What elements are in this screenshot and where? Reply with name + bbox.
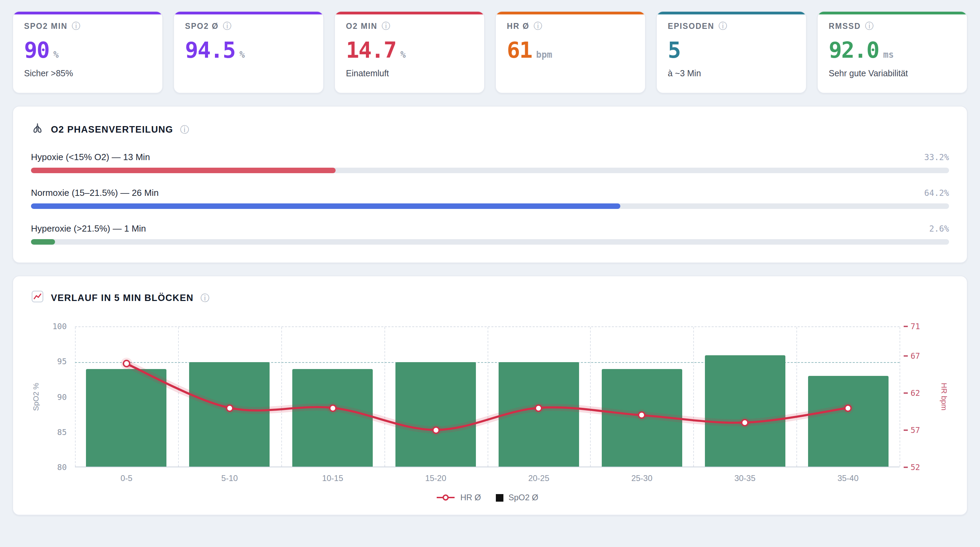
info-icon[interactable]: ⓘ: [72, 22, 81, 30]
legend-label: HR Ø: [460, 493, 481, 502]
phase-row-hyperoxie: Hyperoxie (>21.5%) — 1 Min 2.6%: [31, 224, 949, 245]
phase-fill: [31, 168, 336, 173]
stat-card-spo2-min: SPO2 MIN ⓘ 90 % Sicher >85%: [13, 11, 163, 94]
stat-card-o2-min: O2 MIN ⓘ 14.7 % Einatemluft: [334, 11, 485, 94]
legend-label: SpO2 Ø: [509, 493, 538, 502]
stat-subtitle: [185, 68, 312, 79]
x-axis-label: 30-35: [694, 474, 797, 483]
dashboard: SPO2 MIN ⓘ 90 % Sicher >85% SPO2 Ø ⓘ 94.…: [0, 0, 980, 547]
tick-dash: [904, 466, 908, 468]
phase-fill: [31, 239, 55, 245]
right-axis-tick: 57: [904, 425, 920, 435]
phase-track: [31, 239, 949, 245]
right-axis-tick: 67: [904, 351, 920, 361]
hr-line: [75, 327, 899, 466]
stat-value: 92.0: [829, 37, 879, 63]
hr-point: [123, 360, 130, 368]
tick-value: 67: [910, 351, 920, 361]
stat-value: 5: [668, 37, 681, 63]
phase-fill: [31, 203, 620, 209]
tick-dash: [904, 326, 908, 327]
hr-point: [432, 426, 439, 434]
stat-value: 14.7: [346, 37, 396, 63]
tick-dash: [904, 355, 908, 357]
tick-value: 57: [910, 425, 920, 435]
tick-dash: [904, 392, 908, 394]
left-axis-tick: 95: [57, 357, 67, 366]
right-axis-tick: 62: [904, 388, 920, 398]
stat-card-hr-avg: HR Ø ⓘ 61 bpm: [495, 11, 646, 94]
stat-unit: %: [53, 49, 59, 59]
info-icon[interactable]: ⓘ: [718, 22, 728, 30]
phase-track: [31, 168, 949, 173]
left-axis-tick: 85: [57, 427, 67, 437]
right-axis-ticks: 7167625752: [904, 327, 935, 467]
stat-card-spo2-avg: SPO2 Ø ⓘ 94.5 %: [173, 11, 324, 94]
stat-subtitle: à ~3 Min: [668, 68, 795, 79]
stat-label: RMSSD: [829, 22, 861, 30]
info-icon[interactable]: ⓘ: [382, 22, 391, 30]
info-icon[interactable]: ⓘ: [534, 22, 543, 30]
left-axis-title: SpO2 %: [31, 327, 41, 467]
info-icon[interactable]: ⓘ: [223, 22, 232, 30]
hr-point: [638, 411, 646, 419]
x-axis-label: 15-20: [384, 474, 487, 483]
lungs-icon: [31, 122, 44, 138]
stat-unit: %: [400, 49, 406, 59]
stat-unit: %: [239, 49, 245, 59]
phase-row-normoxie: Normoxie (15–21.5%) — 26 Min 64.2%: [31, 188, 949, 209]
x-axis-label: 5-10: [178, 474, 281, 483]
stat-label: SPO2 MIN: [24, 22, 68, 30]
legend-item-hr-[interactable]: HR Ø: [436, 493, 481, 502]
phase-label: Hypoxie (<15% O2) — 13 Min: [31, 152, 150, 162]
stat-subtitle: Sicher >85%: [24, 68, 151, 79]
combo-chart: SpO2 % 10095908580 7167625752 HR bpm 0-5…: [31, 327, 949, 502]
left-axis-tick: 80: [57, 463, 67, 472]
legend-item-spo2-[interactable]: SpO2 Ø: [496, 493, 538, 502]
phase-label: Normoxie (15–21.5%) — 26 Min: [31, 188, 159, 198]
hr-point: [535, 404, 542, 412]
info-icon[interactable]: ⓘ: [865, 22, 874, 30]
left-axis-tick: 100: [52, 322, 67, 331]
stat-value: 94.5: [185, 37, 235, 63]
x-axis-label: 10-15: [281, 474, 385, 483]
phase-row-hypoxie: Hypoxie (<15% O2) — 13 Min 33.2%: [31, 152, 949, 173]
phase-track: [31, 203, 949, 209]
stat-value: 90: [24, 37, 49, 63]
hr-point: [741, 419, 749, 427]
info-icon[interactable]: ⓘ: [180, 125, 189, 134]
stat-subtitle: [507, 68, 634, 79]
tick-dash: [904, 430, 908, 431]
right-axis-tick: 52: [904, 463, 920, 472]
right-axis-tick: 71: [904, 322, 920, 331]
phase-label: Hyperoxie (>21.5%) — 1 Min: [31, 224, 146, 234]
verlauf-section: VERLAUF IN 5 MIN BLÖCKEN ⓘ SpO2 % 100959…: [13, 276, 967, 515]
legend-square-marker: [496, 494, 504, 501]
gridline-vertical: [899, 327, 900, 466]
x-axis-labels: 0-55-1010-1515-2020-2525-3030-3535-40: [75, 467, 899, 483]
tick-value: 62: [910, 388, 920, 398]
plot-area: [75, 327, 899, 467]
stat-card-episoden: EPISODEN ⓘ 5 à ~3 Min: [656, 11, 807, 94]
stats-row: SPO2 MIN ⓘ 90 % Sicher >85% SPO2 Ø ⓘ 94.…: [13, 11, 967, 94]
stat-value: 61: [507, 37, 532, 63]
x-axis-label: 25-30: [590, 474, 694, 483]
o2-phase-section: O2 PHASENVERTEILUNG ⓘ Hypoxie (<15% O2) …: [13, 106, 967, 263]
stat-unit: ms: [883, 49, 894, 59]
stat-unit: bpm: [536, 49, 552, 59]
line-chart-icon: [31, 290, 44, 306]
x-axis-label: 20-25: [487, 474, 590, 483]
chart-legend: HR ØSpO2 Ø: [75, 493, 899, 502]
hr-point: [226, 404, 234, 412]
phase-percent: 64.2%: [924, 188, 949, 198]
section-title: O2 PHASENVERTEILUNG: [51, 124, 173, 135]
left-axis-tick: 90: [57, 392, 67, 402]
hr-point: [844, 404, 852, 412]
tick-value: 52: [910, 463, 920, 472]
left-axis-ticks: 10095908580: [45, 327, 71, 467]
tick-value: 71: [910, 322, 920, 331]
info-icon[interactable]: ⓘ: [200, 293, 209, 302]
stat-subtitle: Sehr gute Variabilität: [829, 68, 956, 79]
section-title: VERLAUF IN 5 MIN BLÖCKEN: [51, 293, 194, 303]
x-axis-label: 0-5: [75, 474, 178, 483]
